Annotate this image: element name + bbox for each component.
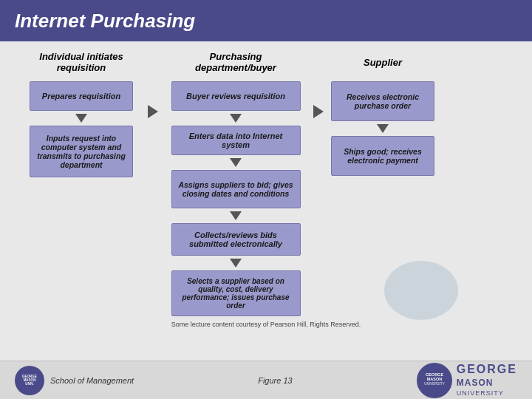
arrow-right-2 (313, 49, 324, 316)
col2-box2: Enters data into Internet system (171, 126, 301, 155)
citation-text: Some lecture content courtesy of Pearson… (171, 321, 361, 328)
col1-box2: Inputs request into computer system and … (30, 126, 133, 177)
col2-box5: Selects a supplier based on quality, cos… (171, 270, 301, 316)
svg-text:UNIV.: UNIV. (25, 382, 34, 386)
arrow-down-2 (230, 114, 242, 123)
svg-text:GEORGE: GEORGE (426, 372, 443, 376)
gmu-text-label: GEORGE MASON UNIVERSITY (457, 362, 517, 398)
col2-box1: Buyer reviews requisition (171, 81, 301, 111)
footer-logo-right: GEORGE MASON UNIVERSITY GEORGE MASON UNI… (417, 362, 517, 398)
svg-text:GEORGE: GEORGE (22, 374, 37, 378)
col2-box4: Collects/reviews bids submitted electron… (171, 223, 301, 256)
col3-header: Supplier (331, 49, 434, 75)
col1-header: Individual initiates requisition (26, 49, 137, 75)
figure-label: Figure 13 (258, 376, 292, 385)
arrow-down-1 (75, 114, 87, 123)
svg-text:UNIVERSITY: UNIVERSITY (424, 382, 444, 386)
col2-box3: Assigns suppliers to bid; gives closing … (171, 170, 301, 208)
arrow-right-1 (148, 49, 158, 316)
col3-box1: Receives electronic purchase order (331, 81, 434, 121)
gmu-large-logo: GEORGE MASON UNIVERSITY (417, 363, 452, 398)
arrow-down-3 (230, 158, 242, 167)
svg-text:MASON: MASON (24, 378, 36, 381)
footer-logo-left: GEORGE MASON UNIV. School of Management (15, 366, 134, 395)
arrow-down-5 (230, 259, 242, 267)
gmu-small-logo: GEORGE MASON UNIV. (15, 366, 44, 395)
svg-text:MASON: MASON (427, 377, 443, 381)
col3-box2: Ships good; receives electronic payment (331, 136, 434, 176)
arrow-down-4 (230, 211, 242, 220)
col2-header: Purchasing department/buyer (169, 49, 302, 75)
arrow-down-6 (377, 124, 389, 133)
page-title: Internet Purchasing (15, 10, 195, 33)
col1-box1: Prepares requisition (30, 81, 133, 111)
school-label: School of Management (50, 376, 134, 385)
